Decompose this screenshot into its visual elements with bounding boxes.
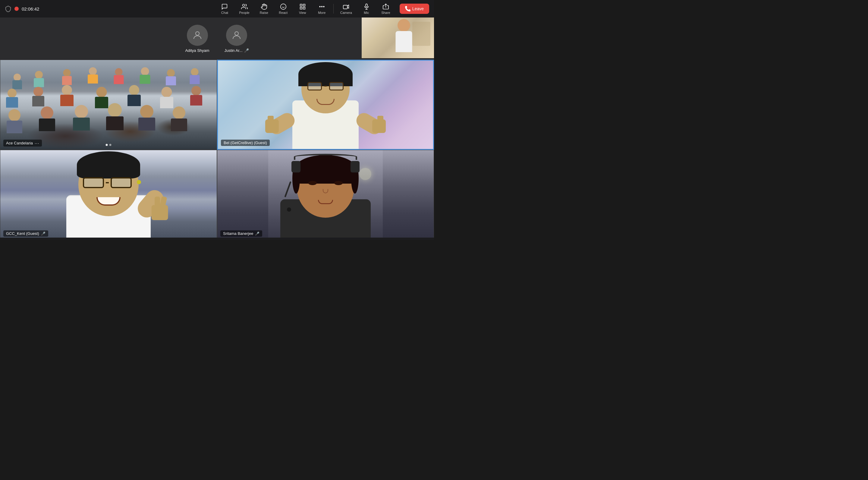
avatar-circle-justin [226,25,247,46]
svg-rect-6 [300,7,302,9]
kent-glasses [83,177,134,188]
camera-icon [343,3,349,10]
bel-mouth [316,99,335,105]
person-20 [136,105,157,130]
self-view-video [362,18,434,58]
camera-button[interactable]: Camera [336,1,356,16]
person-13 [126,85,142,106]
video-cell-ace: Ace Candelaria ··· [0,60,217,150]
chat-label: Chat [221,11,228,14]
person-14 [158,87,175,108]
bottom-strip [0,238,434,240]
bel-glasses [307,82,344,91]
nametag-kent-text: GCC_Kent (Guest) [6,231,39,236]
person-11 [59,85,75,106]
bel-fist-left [265,119,279,133]
nametag-kent: GCC_Kent (Guest) 🎤 [3,230,48,237]
camera-label: Camera [340,11,352,14]
sritama-person [268,150,383,240]
raise-button[interactable]: Raise [255,1,273,16]
kent-glass-left [83,177,104,188]
nametag-bel: Bel (GetCre8ive) (Guest) [221,140,270,146]
video-grid: Ace Candelaria ··· [0,60,434,240]
sritama-nose [323,189,328,193]
person-7 [165,69,177,86]
mic-icon-sritama: 🎤 [255,232,259,236]
svg-rect-12 [366,4,367,7]
mute-icon-justin: 🎤 [244,48,249,53]
people-button[interactable]: People [235,1,253,16]
sritama-head [297,157,354,218]
kent-fist [152,205,168,220]
leave-phone-icon [405,6,410,11]
person-3 [61,69,73,86]
sritama-mouth [318,200,333,204]
dot-1 [106,144,108,146]
mic-icon-kent: 🎤 [41,232,45,236]
headset-cup-left [291,161,301,173]
top-bar-left: 02:06:42 [5,5,216,12]
record-indicator [14,7,19,11]
person-8 [189,68,201,85]
avatar-name-justin: Justin Ar... 🎤 [224,48,249,53]
top-bar: 02:06:42 Chat People [0,0,434,18]
more-icon [318,3,325,10]
leave-label: Leave [412,6,424,11]
share-icon [382,3,389,10]
react-label: React [279,11,287,14]
more-label: More [318,11,326,14]
headset-band [294,154,357,160]
sritama-eye-right [334,181,343,185]
nametag-sritama-text: Sritama Banerjee [223,231,253,236]
video-cell-kent: GCC_Kent (Guest) 🎤 [0,150,217,240]
view-label: View [299,11,306,14]
person-16 [4,109,24,133]
leave-button[interactable]: Leave [400,4,429,14]
share-label: Share [381,11,390,14]
person-4 [87,67,99,84]
bel-person [274,61,377,149]
person-head [398,19,410,32]
share-button[interactable]: Share [377,1,395,16]
bel-head [301,65,350,113]
svg-point-0 [242,4,244,6]
person-5 [113,68,125,85]
person-10 [31,87,46,107]
headset-mic-ball [287,207,291,212]
video-cell-sritama: Sritama Banerjee 🎤 [217,150,434,240]
avatar-justin: Justin Ar... 🎤 [224,25,249,53]
person-21 [169,107,189,130]
chat-icon [221,3,228,10]
nametag-sritama: Sritama Banerjee 🎤 [220,230,262,237]
view-button[interactable]: View [293,1,312,16]
person-6 [139,67,151,84]
people-label: People [239,11,249,14]
mic-label: Mic [364,11,369,14]
person-1 [11,73,23,90]
peace-finger-1 [155,197,160,207]
mic-button[interactable]: Mic [358,1,375,16]
dot-2 [110,144,112,146]
kent-head [79,153,138,216]
chat-button[interactable]: Chat [216,1,234,16]
mic-icon [363,3,370,10]
pagination-dots [106,144,112,146]
raise-icon [261,3,267,10]
main-content: Aditya Shyam Justin Ar... 🎤 [0,18,434,240]
kent-hand [149,198,170,220]
react-button[interactable]: React [274,1,292,16]
svg-rect-7 [303,7,305,9]
glasses-bridge [324,86,327,87]
svg-point-1 [281,4,286,9]
view-icon [299,3,306,10]
thumb-up-right [377,116,383,122]
person-17 [37,107,57,130]
shield-icon [5,5,11,12]
nametag-bel-text: Bel (GetCre8ive) (Guest) [224,141,267,145]
kent-glass-right [111,177,132,188]
person-2 [33,71,45,87]
glasses-left [307,82,322,90]
more-button[interactable]: More [313,1,331,16]
kent-mouth [96,197,121,206]
avatar-aditya: Aditya Shyam [185,25,209,53]
